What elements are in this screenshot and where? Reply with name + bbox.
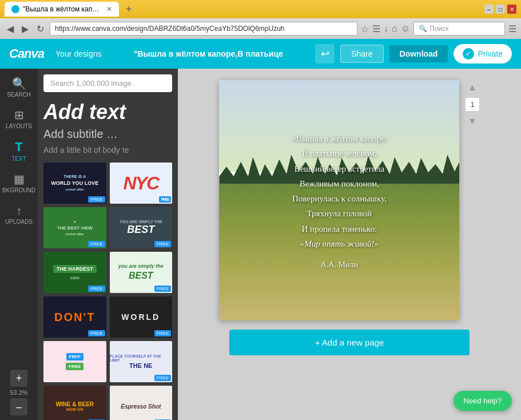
window-maximize-button[interactable]: □ — [496, 5, 505, 14]
sidebar-item-text[interactable]: T TEXT — [0, 134, 38, 167]
template-item[interactable]: ▲ THE BEST VIEW comet after FREE — [43, 207, 106, 248]
browser-search-box[interactable]: 🔍 Поиск — [413, 22, 505, 35]
canva-logo: Canva — [9, 46, 44, 61]
sidebar-icons: 🔍 SEARCH ⊞ LAYOUTS T TEXT ▦ BKGROUND ↑ U… — [0, 69, 38, 420]
sidebar-uploads-label: UPLOADS — [5, 219, 33, 225]
template-item[interactable]: THE HARDEST clim FREE — [43, 252, 106, 293]
private-button[interactable]: ✓ Private — [454, 44, 512, 64]
add-subtitle-text[interactable]: Add subtitle … — [43, 128, 172, 141]
page-down-arrow[interactable]: ▼ — [468, 116, 477, 126]
free-badge: FREE — [154, 241, 171, 247]
download-toolbar-icon[interactable]: ↓ — [384, 23, 388, 34]
browser-titlebar: "Вышла в жёлтом капоре... ✕ + – □ ✕ — [0, 0, 521, 18]
document-title[interactable]: "Вышла в жёлтом капоре,В платьице — [113, 49, 304, 58]
template-item[interactable]: YOU ARE SIMPLY THE BEST FREE — [110, 207, 173, 248]
add-page-button[interactable]: + Add a new page — [229, 330, 470, 355]
template-item[interactable]: WINE & BEER NOW ON FREE — [43, 386, 106, 420]
template-item[interactable]: WORLD FREE — [110, 296, 173, 338]
need-help-button[interactable]: Need help? — [454, 391, 512, 411]
window-controls: – □ ✕ — [484, 5, 516, 14]
canvas-area: «Вышла в жёлтом капоре, В платьице зелён… — [178, 69, 521, 420]
free-badge: FREE — [154, 330, 171, 336]
text-icon: T — [15, 141, 22, 153]
sidebar-bkground-label: BKGROUND — [2, 187, 35, 193]
template-preview: FRFF FREE — [43, 341, 106, 382]
free-badge: FREE — [88, 241, 105, 247]
window-close-button[interactable]: ✕ — [507, 5, 516, 14]
free-badge: FREE — [88, 286, 105, 292]
background-icon: ▦ — [14, 173, 25, 185]
forward-button[interactable]: ▶ — [19, 22, 31, 35]
zoom-value: 53.2% — [10, 389, 27, 396]
template-item[interactable]: THERE IS AWORLD YOU LOVEcomet after FREE — [43, 163, 106, 204]
tab-close-icon[interactable]: ✕ — [106, 5, 112, 13]
template-item[interactable]: FRFF FREE — [43, 341, 106, 382]
tab-favicon — [11, 5, 19, 13]
image-search-bar[interactable]: Search 1,000,000 image — [43, 74, 172, 92]
template-item[interactable]: Espresso Shot FREE — [110, 386, 173, 420]
uploads-icon: ↑ — [16, 205, 22, 216]
canvas-page[interactable]: «Вышла в жёлтом капоре, В платьице зелён… — [219, 80, 459, 320]
refresh-button[interactable]: ↻ — [34, 22, 46, 35]
menu-icon[interactable]: ☰ — [508, 23, 516, 34]
sidebar-item-background[interactable]: ▦ BKGROUND — [0, 167, 38, 198]
template-item[interactable]: DON'T FREE — [43, 296, 106, 338]
search-placeholder: Поиск — [429, 25, 448, 33]
bookmark-icon[interactable]: ☰ — [372, 23, 380, 34]
address-bar[interactable]: https://www.canva.com/design/DABRZ6Dt6a0… — [50, 22, 357, 35]
browser-tab[interactable]: "Вышла в жёлтом капоре... ✕ — [5, 2, 119, 17]
layouts-icon: ⊞ — [14, 109, 24, 121]
free-badge: FREE — [88, 196, 105, 203]
your-designs-link[interactable]: Your designs — [55, 49, 101, 58]
template-item[interactable]: you are simply theBEST FREE — [110, 252, 173, 293]
search-icon: 🔍 — [12, 78, 26, 89]
template-item[interactable]: PLACE YOURSELF AT THE LIMIT THE NE FREE — [110, 341, 173, 382]
poem-text: «Вышла в жёлтом капоре, В платьице зелён… — [292, 131, 387, 251]
private-label: Private — [478, 49, 503, 58]
zoom-in-button[interactable]: + — [10, 370, 27, 387]
download-button[interactable]: Download — [389, 45, 448, 62]
app-body: 🔍 SEARCH ⊞ LAYOUTS T TEXT ▦ BKGROUND ↑ U… — [0, 69, 521, 420]
sidebar-item-search[interactable]: 🔍 SEARCH — [0, 71, 38, 102]
sidebar-text-label: TEXT — [11, 156, 26, 162]
zoom-controls: + 53.2% – — [0, 370, 38, 420]
back-button[interactable]: ◀ — [5, 22, 16, 35]
template-preview: WINE & BEER NOW ON — [43, 386, 106, 420]
poem-author: А.А. Милн — [321, 260, 358, 270]
new-tab-button[interactable]: + — [122, 3, 136, 15]
sidebar-search-label: SEARCH — [7, 92, 31, 98]
share-button[interactable]: Share — [340, 45, 383, 63]
undo-button[interactable]: ↩ — [315, 44, 335, 64]
app-header: Canva Your designs "Вышла в жёлтом капор… — [0, 39, 521, 69]
sidebar-layouts-label: LAYOUTS — [6, 123, 32, 129]
window-minimize-button[interactable]: – — [484, 5, 494, 14]
check-icon: ✓ — [463, 48, 474, 60]
logo-text: Canva — [9, 46, 44, 61]
canvas-wrapper: «Вышла в жёлтом капоре, В платьице зелён… — [219, 80, 479, 320]
browser-toolbar-icons: ☆ ☰ ↓ ⌂ ☺ — [361, 23, 410, 34]
left-panel: Search 1,000,000 image Add text Add subt… — [38, 69, 178, 420]
page-number: 1 — [465, 97, 479, 112]
template-preview: Espresso Shot — [110, 386, 173, 420]
page-sidebar: ▲ 1 ▼ — [465, 80, 479, 126]
add-body-text[interactable]: Add a little bit of body te — [43, 145, 172, 154]
add-text-heading[interactable]: Add text — [43, 100, 172, 124]
browser-addressbar: ◀ ▶ ↻ https://www.canva.com/design/DABRZ… — [0, 18, 521, 39]
zoom-out-button[interactable]: – — [10, 398, 27, 415]
tab-title: "Вышла в жёлтом капоре... — [23, 5, 101, 13]
template-preview: NYC FREE — [110, 163, 173, 204]
star-icon[interactable]: ☆ — [361, 23, 369, 34]
home-icon[interactable]: ⌂ — [392, 23, 397, 34]
page-up-arrow[interactable]: ▲ — [468, 82, 477, 93]
sidebar-item-uploads[interactable]: ↑ UPLOADS — [0, 198, 38, 229]
poem-overlay: «Вышла в жёлтом капоре, В платьице зелён… — [219, 80, 459, 320]
free-badge: FREE — [154, 286, 171, 292]
sidebar-item-layouts[interactable]: ⊞ LAYOUTS — [0, 102, 38, 134]
template-item[interactable]: NYC FREE — [110, 163, 173, 204]
free-badge: FREE — [88, 330, 105, 336]
free-badge: FREE — [154, 375, 171, 381]
template-grid: THERE IS AWORLD YOU LOVEcomet after FREE… — [43, 163, 172, 420]
header-actions: ↩ Share Download ✓ Private — [315, 44, 512, 64]
user-icon[interactable]: ☺ — [401, 23, 410, 34]
